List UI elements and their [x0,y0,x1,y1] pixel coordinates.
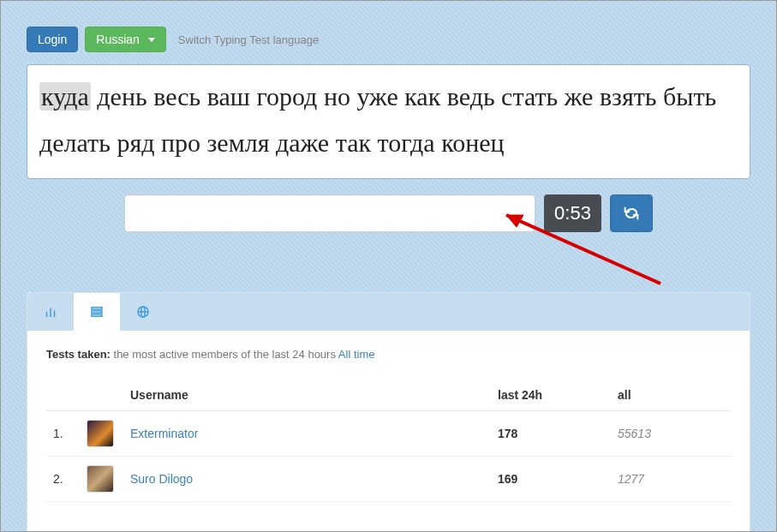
bar-chart-icon [43,304,58,320]
word: делать [39,129,111,157]
rank-cell: 1. [46,411,81,457]
all-cell: 1277 [611,457,731,502]
col-last24: last 24h [491,380,611,411]
word: как [404,82,440,111]
table-row: 2.Suro Dilogo1691277 [46,457,731,502]
table-row: 1.Exterminator17855613 [46,411,731,457]
rank-cell: 2. [46,457,81,502]
word: уже [356,82,397,111]
tests-taken-desc: the most active members of the last 24 h… [114,348,336,361]
avatar-cell [81,457,123,502]
col-rank [46,380,81,411]
col-avatar [81,380,123,411]
word: земля [207,129,270,157]
typing-input[interactable] [124,194,535,232]
word: день [97,82,146,111]
login-label: Login [38,33,67,46]
tabs [27,293,750,331]
word: взять [600,82,657,111]
word: про [161,129,200,157]
tab-leaderboard[interactable] [74,293,120,331]
all-time-link[interactable]: All time [338,348,375,361]
username-cell: Suro Dilogo [123,457,491,502]
leaderboard-table: Username last 24h all 1.Exterminator1785… [46,380,731,502]
globe-icon [135,304,151,320]
language-dropdown[interactable]: Russian [85,27,166,52]
username-link[interactable]: Exterminator [130,427,198,440]
word: ваш [207,82,250,111]
word: быть [663,82,716,111]
word: стать [501,82,558,111]
word: так [336,129,371,157]
timer-value: 0:53 [554,202,591,224]
username-cell: Exterminator [123,411,491,457]
language-label: Russian [96,33,140,46]
last24-cell: 169 [491,457,611,502]
word: ведь [447,82,495,111]
word: даже [276,129,329,157]
tests-taken-line: Tests taken: the most active members of … [46,348,731,361]
avatar [87,421,113,446]
avatar [87,466,113,492]
top-bar: Login Russian Switch Typing Test languag… [27,27,750,52]
login-button[interactable]: Login [27,27,78,52]
word-panel: куда день весь ваш город но уже как ведь… [27,64,750,179]
word: ряд [117,129,154,157]
word: но [324,82,350,111]
refresh-icon [622,204,641,223]
reset-button[interactable] [610,194,653,232]
svg-rect-5 [92,314,102,316]
list-icon [89,304,105,320]
tab-chart[interactable] [27,293,74,331]
word: конец [441,129,504,157]
word: город [256,82,317,111]
col-all: all [611,380,731,411]
input-row: 0:53 [27,194,750,232]
word: весь [153,82,200,111]
username-link[interactable]: Suro Dilogo [130,472,193,486]
avatar-cell [81,411,123,457]
last24-cell: 178 [491,411,611,457]
all-cell: 55613 [611,411,731,457]
tests-taken-label: Tests taken: [46,348,111,361]
timer-display: 0:53 [544,194,601,232]
word: тогда [378,129,435,157]
switch-language-note: Switch Typing Test language [178,33,319,46]
col-username: Username [123,380,491,411]
word: же [565,82,594,111]
svg-rect-4 [92,311,102,313]
word: куда [39,82,91,111]
tab-global[interactable] [120,293,166,331]
svg-rect-3 [92,308,102,309]
stats-panel: Tests taken: the most active members of … [27,292,750,532]
chevron-down-icon [148,38,155,42]
